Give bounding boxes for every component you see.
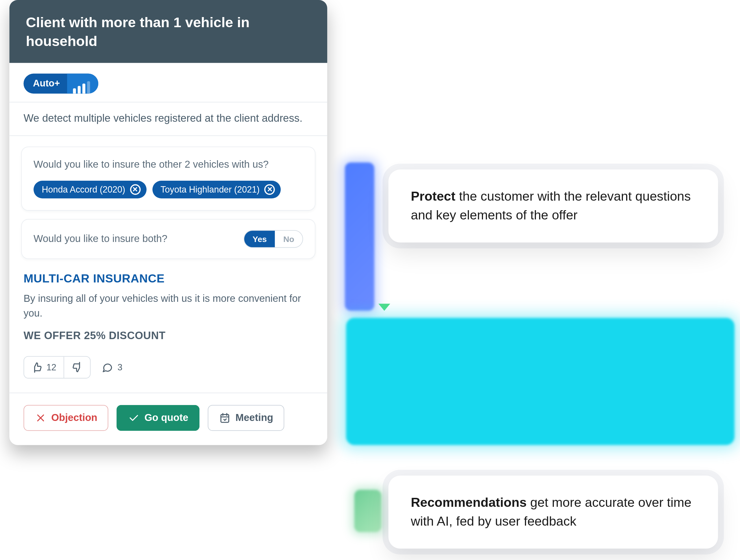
meeting-button[interactable]: Meeting <box>208 405 284 431</box>
objection-label: Objection <box>51 412 97 424</box>
go-quote-label: Go quote <box>145 412 188 424</box>
thumbs-down-icon <box>71 361 83 373</box>
action-buttons: Objection Go quote Meeting <box>10 393 327 434</box>
vehicle-chip-label: Toyota Highlander (2021) <box>161 184 260 194</box>
offer-body: By insuring all of your vehicles with us… <box>23 291 313 321</box>
vehicle-chip[interactable]: Honda Accord (2020) <box>33 180 146 198</box>
go-quote-button[interactable]: Go quote <box>117 405 199 431</box>
vehicles-card: Would you like to insure the other 2 veh… <box>21 147 315 210</box>
yes-no-toggle[interactable]: Yes No <box>244 230 303 248</box>
connector-recommend <box>354 490 382 532</box>
vehicle-chip-label: Honda Accord (2020) <box>42 184 125 194</box>
toggle-no[interactable]: No <box>275 230 302 247</box>
remove-icon[interactable] <box>130 184 141 195</box>
check-icon <box>128 412 140 424</box>
vehicle-chip[interactable]: Toyota Highlander (2021) <box>152 180 281 198</box>
close-icon <box>35 412 47 424</box>
dislike-button[interactable] <box>63 357 90 378</box>
vehicle-chip-row: Honda Accord (2020) Toyota Highlander (2… <box>33 180 303 198</box>
comment-icon <box>101 361 113 373</box>
auto-plus-pill[interactable]: Auto+ <box>23 74 98 93</box>
recommendation-card: Client with more than 1 vehicle in house… <box>10 0 327 445</box>
meeting-label: Meeting <box>235 412 273 424</box>
offer-title: MULTI-CAR INSURANCE <box>23 272 313 285</box>
comment-count: 3 <box>118 362 122 372</box>
callout-protect-bold: Protect <box>411 189 455 204</box>
tag-row: Auto+ <box>10 63 327 102</box>
svg-rect-0 <box>221 414 228 422</box>
offer-block: MULTI-CAR INSURANCE By insuring all of y… <box>10 259 327 345</box>
like-button[interactable]: 12 <box>24 357 63 378</box>
like-dislike-box: 12 <box>23 356 90 378</box>
toggle-yes[interactable]: Yes <box>244 230 275 247</box>
callout-recommendations: Recommendations get more accurate over t… <box>388 476 718 548</box>
insure-both-question: Would you like to insure both? <box>33 233 167 245</box>
calendar-icon <box>219 412 231 424</box>
comments-button[interactable]: 3 <box>101 361 122 373</box>
offer-discount: WE OFFER 25% DISCOUNT <box>23 329 313 342</box>
auto-plus-label: Auto+ <box>23 74 67 93</box>
card-title: Client with more than 1 vehicle in house… <box>10 0 327 63</box>
signal-strength-icon <box>67 74 98 93</box>
remove-icon[interactable] <box>265 184 275 195</box>
insure-both-card: Would you like to insure both? Yes No <box>21 218 315 259</box>
connector-notch <box>378 304 390 311</box>
feedback-row: 12 3 <box>10 345 327 393</box>
like-count: 12 <box>47 362 56 372</box>
callout-protect: Protect the customer with the relevant q… <box>388 169 718 242</box>
detection-text: We detect multiple vehicles registered a… <box>10 102 327 136</box>
connector-protect <box>345 163 374 311</box>
connector-middle <box>346 318 735 445</box>
callout-rec-bold: Recommendations <box>411 495 527 510</box>
objection-button[interactable]: Objection <box>23 405 108 431</box>
vehicles-question: Would you like to insure the other 2 veh… <box>33 158 303 172</box>
thumbs-up-icon <box>31 361 43 373</box>
